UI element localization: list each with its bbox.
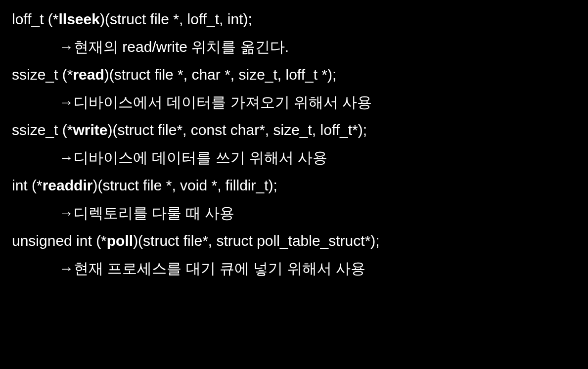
sig-pre: unsigned int (* (12, 232, 107, 249)
description-text: 현재의 read/write 위치를 옮긴다. (74, 39, 289, 55)
sig-post: )(struct file *, void *, filldir_t); (92, 177, 277, 193)
sig-post: )(struct file *, loff_t, int); (100, 11, 252, 27)
description-text: 디바이스에서 데이터를 가져오기 위해서 사용 (74, 94, 372, 110)
sig-pre: loff_t (* (12, 11, 59, 27)
sig-func-name: poll (107, 232, 133, 249)
arrow-icon: → (59, 258, 74, 279)
description-text: 현재 프로세스를 대기 큐에 넣기 위해서 사용 (74, 260, 365, 277)
sig-func-name: llseek (59, 11, 100, 27)
sig-pre: int (* (12, 177, 43, 193)
description-text: 디바이스에 데이터를 쓰기 위해서 사용 (74, 149, 327, 166)
sig-post: )(struct file*, const char*, size_t, lof… (107, 122, 367, 138)
arrow-icon: → (59, 203, 74, 224)
description-line-read: →디바이스에서 데이터를 가져오기 위해서 사용 (12, 92, 576, 113)
arrow-icon: → (59, 147, 74, 168)
signature-line-poll: unsigned int (*poll)(struct file*, struc… (12, 231, 576, 251)
signature-line-read: ssize_t (*read)(struct file *, char *, s… (12, 64, 576, 85)
sig-func-name: readdir (43, 177, 93, 193)
sig-func-name: write (73, 122, 107, 138)
signature-line-llseek: loff_t (*llseek)(struct file *, loff_t, … (12, 9, 576, 30)
arrow-icon: → (59, 92, 74, 113)
sig-func-name: read (73, 66, 104, 83)
description-text: 디렉토리를 다룰 때 사용 (74, 205, 234, 221)
sig-pre: ssize_t (* (12, 122, 73, 138)
sig-pre: ssize_t (* (12, 66, 73, 83)
signature-line-readdir: int (*readdir)(struct file *, void *, fi… (12, 175, 576, 196)
description-line-readdir: →디렉토리를 다룰 때 사용 (12, 203, 576, 224)
signature-line-write: ssize_t (*write)(struct file*, const cha… (12, 120, 576, 140)
arrow-icon: → (59, 37, 74, 57)
description-line-llseek: →현재의 read/write 위치를 옮긴다. (12, 37, 576, 57)
description-line-poll: →현재 프로세스를 대기 큐에 넣기 위해서 사용 (12, 258, 576, 279)
description-line-write: →디바이스에 데이터를 쓰기 위해서 사용 (12, 147, 576, 168)
sig-post: )(struct file*, struct poll_table_struct… (133, 232, 380, 249)
sig-post: )(struct file *, char *, size_t, loff_t … (104, 66, 337, 83)
